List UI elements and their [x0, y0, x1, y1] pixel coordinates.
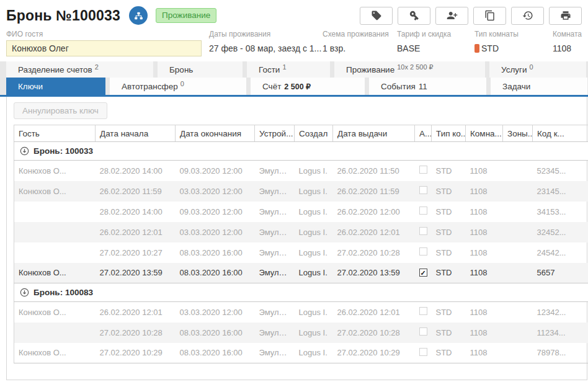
tab-autotransfer[interactable]: Автотрансфер0 — [110, 78, 246, 95]
key-row[interactable]: Конюхов О...26.02.2020 11:5903.03.2020 1… — [14, 181, 588, 202]
guest-name-input[interactable] — [6, 40, 202, 56]
column-header[interactable]: Гость — [14, 125, 96, 142]
room-type-field: Тип комнаты STD — [474, 30, 552, 56]
tabs-row-bottom: КлючиАвтотрансфер0Счёт2 500 ₽События11За… — [0, 78, 588, 95]
cell-issued: 27.02.2020 10:28 — [333, 242, 415, 263]
tab-count: 1 — [282, 63, 286, 71]
cell-device: Эмулят... — [255, 202, 295, 222]
tab-label: Задачи — [502, 82, 530, 91]
column-header[interactable]: Комна... — [466, 125, 503, 142]
cell-code: 32452... — [533, 222, 588, 242]
tab-label: Услуги — [501, 65, 527, 74]
cell-start: 27.02.2020 10:27 — [96, 242, 176, 263]
stay-scheme-value: 1 взр. — [323, 40, 397, 53]
column-header[interactable]: А... — [415, 125, 432, 142]
tab-services[interactable]: Услуги0 — [489, 61, 586, 78]
collapse-group-icon[interactable] — [20, 288, 29, 297]
key-row[interactable]: 27.02.2020 10:2708.03.2020 16:00Эмулят..… — [14, 242, 588, 263]
key-active-checkbox-checked[interactable]: ✓ — [419, 269, 427, 277]
cell-guest: Конюхов О... — [14, 181, 96, 202]
cell-checked — [415, 222, 432, 242]
key-row[interactable]: Конюхов О...27.02.2020 10:2908.03.2020 1… — [14, 343, 588, 363]
cell-code: 34153... — [533, 202, 588, 222]
cell-room_type: STD — [432, 222, 466, 242]
key-active-checkbox[interactable] — [419, 186, 427, 194]
group-booking-icon[interactable] — [129, 6, 148, 25]
key-active-checkbox[interactable] — [419, 227, 427, 235]
tab-label: Автотрансфер — [122, 82, 178, 91]
cell-checked — [415, 302, 432, 322]
column-header[interactable]: Тип ко... — [432, 125, 466, 142]
cell-guest — [14, 322, 96, 343]
key-row[interactable]: 26.02.2020 12:0103.03.2020 12:00Эмулят..… — [14, 222, 588, 242]
cell-code: 24542... — [533, 242, 588, 263]
group-row[interactable]: Бронь: 100083 — [14, 283, 588, 302]
column-header[interactable]: Устрой... — [255, 125, 295, 142]
stay-scheme-field: Схема проживания 1 взр. — [323, 30, 397, 56]
tab-label: Бронь — [169, 65, 193, 74]
cell-guest — [14, 222, 96, 242]
column-header[interactable]: Дата выдачи — [333, 125, 415, 142]
cell-zones — [503, 242, 533, 263]
print-button[interactable] — [549, 7, 582, 25]
cell-end: 03.03.2020 12:00 — [176, 222, 255, 242]
tariff-value: BASE — [397, 40, 474, 53]
annul-key-button[interactable]: Аннулировать ключ — [14, 102, 107, 119]
column-header[interactable]: Зоны... — [503, 125, 533, 142]
tab-invoice[interactable]: Счёт2 500 ₽ — [251, 78, 365, 95]
cell-end: 08.03.2020 16:00 — [176, 263, 255, 283]
column-header[interactable]: Создал — [295, 125, 333, 142]
cell-checked: ✓ — [415, 263, 432, 283]
group-title: Бронь: 100033 — [33, 146, 93, 156]
cell-created: Logus I. — [295, 343, 333, 363]
tab-events[interactable]: События11 — [369, 78, 486, 95]
add-guest-button[interactable] — [435, 7, 468, 25]
tab-bill-split[interactable]: Разделение счетов2 — [6, 61, 153, 78]
cell-device: Эмулят... — [255, 161, 295, 181]
tab-tasks[interactable]: Задачи — [491, 78, 587, 95]
tab-label: Ключи — [18, 82, 43, 91]
cell-checked — [415, 343, 432, 363]
column-header[interactable]: Дата окончания — [176, 125, 255, 142]
stay-dates-value: 27 фев - 08 мар, заезд с 1... — [209, 40, 323, 53]
key-row[interactable]: Конюхов О...28.02.2020 14:0009.03.2020 1… — [14, 161, 588, 181]
key-active-checkbox[interactable] — [419, 247, 427, 256]
cell-room: 1108 — [466, 302, 503, 322]
key-active-checkbox[interactable] — [419, 207, 427, 215]
key-row[interactable]: 27.02.2020 10:2808.03.2020 16:00Эмулят..… — [14, 322, 588, 343]
stay-dates-field: Даты проживания 27 фев - 08 мар, заезд с… — [209, 30, 323, 56]
cell-checked — [415, 242, 432, 263]
key-active-checkbox[interactable] — [419, 327, 427, 336]
tab-count: 0 — [530, 63, 533, 71]
key-active-checkbox[interactable] — [419, 348, 427, 356]
tab-label: Гости — [259, 65, 280, 74]
tab-guests[interactable]: Гости1 — [247, 61, 330, 78]
copy-button[interactable] — [473, 7, 506, 25]
key-row[interactable]: Конюхов О...27.02.2020 13:5908.03.2020 1… — [14, 263, 588, 283]
tab-booking[interactable]: Бронь — [158, 61, 243, 78]
tab-keys[interactable]: Ключи — [6, 78, 105, 95]
key-row[interactable]: Конюхов О...26.02.2020 12:0103.03.2020 1… — [14, 302, 588, 322]
key-row[interactable]: 28.02.2020 14:0009.03.2020 12:00Эмулят..… — [14, 202, 588, 222]
cell-created: Logus I. — [295, 263, 333, 283]
cell-device: Эмулят... — [255, 222, 295, 242]
tab-count: 10x 2 500 ₽ — [397, 63, 433, 71]
collapse-group-icon[interactable] — [20, 146, 29, 156]
keys-button[interactable] — [398, 7, 430, 25]
tabs-row-top: Разделение счетов2БроньГости1Проживание1… — [0, 61, 588, 78]
tab-accommodation[interactable]: Проживание10x 2 500 ₽ — [334, 61, 485, 78]
tab-label: Разделение счетов — [18, 65, 92, 74]
tags-button[interactable] — [360, 7, 393, 25]
key-active-checkbox[interactable] — [419, 166, 427, 174]
group-row[interactable]: Бронь: 100033 — [14, 142, 588, 161]
column-header[interactable]: Дата начала — [96, 125, 176, 142]
column-header[interactable]: Код к... — [533, 125, 588, 142]
key-active-checkbox[interactable] — [419, 307, 427, 315]
cell-start: 26.02.2020 11:59 — [96, 181, 176, 202]
cell-zones — [503, 161, 533, 181]
cell-zones — [503, 263, 533, 283]
cell-room_type: STD — [432, 181, 466, 202]
topbar: Бронь №100033 Проживание — [0, 0, 588, 27]
cell-created: Logus I. — [295, 161, 333, 181]
history-button[interactable] — [511, 7, 544, 25]
